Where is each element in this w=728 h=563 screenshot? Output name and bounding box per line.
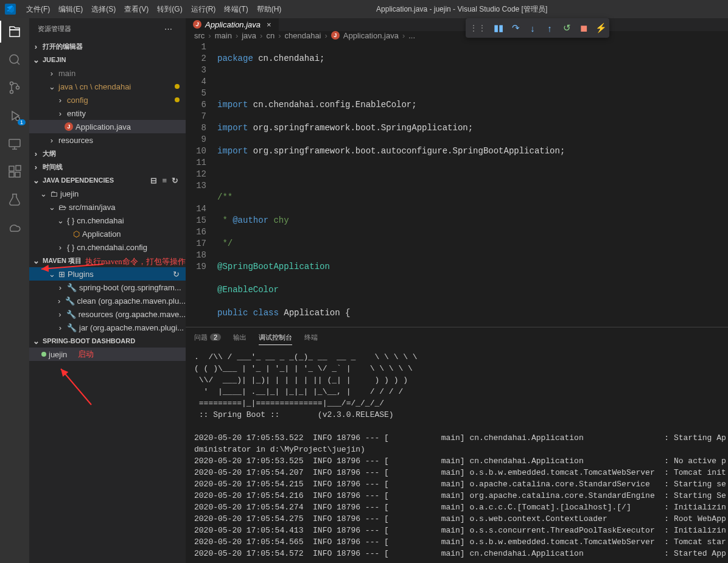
drag-grip-icon[interactable]: ⋮⋮	[469, 23, 486, 33]
deps-application-class[interactable]: ⬡Application	[29, 227, 186, 240]
svg-rect-7	[9, 172, 14, 177]
svg-rect-8	[15, 172, 20, 177]
plugin-icon: ⊞	[58, 270, 65, 279]
sb-dashboard-tree: juejin启动	[29, 348, 186, 361]
maven-plugin-resources[interactable]: ›🔧resources (org.apache.mave...	[29, 307, 186, 321]
step-over-icon[interactable]: ↷	[511, 23, 520, 33]
tab-application-java[interactable]: JApplication.java×	[186, 18, 279, 31]
project-icon: 🗀	[50, 189, 58, 198]
tree-collapse-icon[interactable]: ⊟	[150, 176, 157, 185]
panel-tab-debug-console[interactable]: 调试控制台	[259, 330, 292, 345]
breadcrumb[interactable]: src› main› java› cn› chendahai› JApplica…	[186, 31, 728, 40]
folder-icon: 🗁	[58, 203, 66, 212]
svg-rect-6	[9, 166, 14, 171]
search-icon[interactable]	[7, 52, 22, 67]
restart-icon[interactable]: ↺	[562, 23, 572, 33]
section-java-deps[interactable]: ⌄JAVA DEPENDENCIES⊟≡↻	[29, 173, 186, 187]
deps-cn-chendahai[interactable]: ⌄{ }cn.chendahai	[29, 214, 186, 227]
test-icon[interactable]	[7, 192, 22, 207]
code-source[interactable]: package cn.chendahai; import cn.chendaha…	[217, 41, 728, 327]
menubar: 文件(F) 编辑(E) 选择(S) 查看(V) 转到(G) 运行(R) 终端(T…	[22, 4, 285, 15]
svg-point-1	[10, 82, 13, 85]
remote-icon[interactable]	[7, 136, 22, 151]
pause-icon[interactable]: ▮▮	[494, 23, 503, 33]
maven-plugin-clean[interactable]: ›🔧clean (org.apache.maven.plu...	[29, 294, 186, 307]
java-file-icon: J	[331, 31, 340, 40]
section-outline[interactable]: ›大纲	[29, 147, 186, 160]
deps-src-main-java[interactable]: ⌄🗁src/main/java	[29, 200, 186, 214]
step-into-icon[interactable]: ↓	[528, 23, 537, 33]
deps-cn-chendahai-config[interactable]: ›{ }cn.chendahai.config	[29, 240, 186, 254]
section-open-editors[interactable]: ›打开的编辑器	[29, 40, 186, 53]
menu-select[interactable]: 选择(S)	[87, 4, 120, 15]
menu-edit[interactable]: 编辑(E)	[54, 4, 87, 15]
source-control-icon[interactable]	[7, 80, 22, 95]
cloud-icon[interactable]	[7, 220, 22, 235]
panel-tab-terminal[interactable]: 终端	[304, 330, 318, 344]
close-icon[interactable]: ×	[267, 20, 271, 29]
java-file-icon: J	[193, 20, 201, 29]
menu-file[interactable]: 文件(F)	[22, 4, 54, 15]
panel-tab-output[interactable]: 输出	[233, 330, 247, 344]
svg-rect-5	[9, 139, 20, 147]
maven-plugins[interactable]: ⌄⊞Plugins↻	[29, 267, 186, 281]
extensions-icon[interactable]	[7, 164, 22, 179]
svg-point-2	[10, 91, 13, 94]
deps-juejin[interactable]: ⌄🗀juejin	[29, 187, 186, 200]
running-dot-icon	[41, 352, 46, 357]
editor-area: JApplication.java× src› main› java› cn› …	[186, 18, 728, 563]
menu-goto[interactable]: 转到(G)	[153, 4, 186, 15]
menu-help[interactable]: 帮助(H)	[253, 4, 286, 15]
panel-tabs: 问题2 输出 调试控制台 终端	[186, 327, 728, 348]
section-spring-boot-dashboard[interactable]: ⌄SPRING-BOOT DASHBOARD	[29, 334, 186, 348]
java-file-icon: J	[65, 122, 73, 131]
class-icon: ⬡	[73, 229, 80, 239]
sb-project-juejin[interactable]: juejin启动	[29, 348, 186, 361]
modified-dot-icon	[175, 84, 180, 89]
stop-icon[interactable]: ◼	[579, 23, 589, 33]
line-gutter: 12345678910111213141516171819	[186, 41, 217, 327]
maven-tree: ⌄⊞Plugins↻ ›🔧spring-boot (org.springfram…	[29, 267, 186, 334]
java-deps-tree: ⌄🗀juejin ⌄🗁src/main/java ⌄{ }cn.chendaha…	[29, 187, 186, 254]
tree-item-application-java[interactable]: JApplication.java	[29, 120, 186, 133]
tree-item-main[interactable]: ›main	[29, 66, 186, 80]
tree-item-resources[interactable]: ›resources	[29, 133, 186, 147]
tree-item-config[interactable]: ›config	[29, 93, 186, 107]
tree-item-java-cn-chendahai[interactable]: ⌄java \ cn \ chendahai	[29, 80, 186, 93]
svg-point-3	[16, 86, 19, 89]
panel-tab-problems[interactable]: 问题2	[194, 330, 221, 344]
activitybar: 1	[0, 18, 29, 563]
debug-toolbar[interactable]: ⋮⋮ ▮▮ ↷ ↓ ↑ ↺ ◼ ⚡	[466, 18, 609, 38]
menu-terminal[interactable]: 终端(T)	[220, 4, 252, 15]
svg-rect-9	[16, 166, 21, 170]
refresh-icon[interactable]: ↻	[172, 176, 178, 185]
explorer-icon[interactable]	[7, 24, 22, 39]
section-timeline[interactable]: ›时间线	[29, 160, 186, 173]
hot-reload-icon[interactable]: ⚡	[596, 23, 606, 33]
package-icon: { }	[67, 216, 74, 225]
titlebar: 文件(F) 编辑(E) 选择(S) 查看(V) 转到(G) 运行(R) 终端(T…	[0, 0, 728, 18]
section-maven[interactable]: ⌄MAVEN 项目	[29, 254, 186, 267]
wrench-icon: 🔧	[67, 283, 77, 292]
tree-item-entity[interactable]: ›entity	[29, 107, 186, 120]
wrench-icon: 🔧	[67, 323, 77, 332]
window-title: Application.java - juejin - Visual Studi…	[285, 4, 638, 15]
run-debug-icon[interactable]: 1	[7, 108, 22, 123]
annotation-start: 启动	[78, 349, 94, 360]
menu-run[interactable]: 运行(R)	[187, 4, 220, 15]
menu-view[interactable]: 查看(V)	[120, 4, 153, 15]
section-juejin[interactable]: ⌄JUEJIN	[29, 53, 186, 66]
step-out-icon[interactable]: ↑	[545, 23, 555, 33]
tabbar: JApplication.java×	[186, 18, 728, 31]
wrench-icon: 🔧	[66, 310, 76, 319]
refresh-icon[interactable]: ↻	[173, 270, 180, 279]
juejin-tree: ›main ⌄java \ cn \ chendahai ›config ›en…	[29, 66, 186, 147]
vscode-logo-icon	[5, 4, 16, 15]
package-icon: { }	[67, 243, 74, 252]
svg-point-0	[10, 55, 18, 63]
code-editor[interactable]: 12345678910111213141516171819 package cn…	[186, 40, 728, 327]
tree-flat-icon[interactable]: ≡	[162, 176, 167, 185]
maven-plugin-spring-boot[interactable]: ›🔧spring-boot (org.springfram...	[29, 281, 186, 294]
debug-console-output[interactable]: . /\\ / ___'_ __ _ _(_)_ __ __ _ \ \ \ \…	[186, 348, 728, 563]
maven-plugin-jar[interactable]: ›🔧jar (org.apache.maven.plugi...	[29, 321, 186, 334]
